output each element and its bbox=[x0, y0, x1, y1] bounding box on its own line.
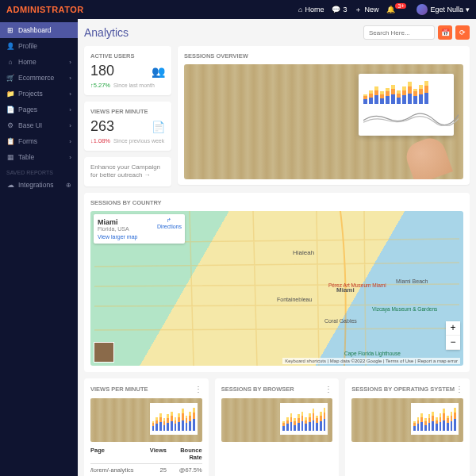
home-icon: ⌂ bbox=[298, 6, 302, 13]
map-label-museum: Pérez Art Museum Miami bbox=[328, 282, 386, 288]
file-icon: 📄 bbox=[152, 121, 165, 133]
chevron-right-icon: › bbox=[69, 75, 71, 82]
map-label-cape: Cape Florida Lighthouse bbox=[344, 351, 401, 356]
card-campaign[interactable]: Enhance your Campaign for better outreac… bbox=[84, 157, 171, 186]
menu-icon: ⌂ bbox=[6, 58, 14, 66]
menu-icon: 📋 bbox=[6, 137, 14, 145]
card-title: SESSIONS OVERVIEW bbox=[184, 52, 463, 60]
chevron-right-icon: › bbox=[69, 122, 71, 129]
card-sessions-overview: SESSIONS OVERVIEW bbox=[178, 46, 470, 185]
sidebar-item-home[interactable]: ⌂Home› bbox=[0, 54, 78, 70]
menu-icon: 📁 bbox=[6, 90, 14, 98]
caret-down-icon: ▾ bbox=[466, 6, 470, 13]
line-chart-icon bbox=[363, 107, 459, 126]
nav-notifications[interactable]: 🔔3+ bbox=[386, 6, 409, 13]
chart-thumb bbox=[90, 398, 202, 442]
sidebar-item-ecommerce[interactable]: 🛒Ecommerce› bbox=[0, 70, 78, 86]
menu-icon: 🛒 bbox=[6, 74, 14, 82]
user-avatar bbox=[416, 4, 428, 15]
table-row: /lorem/-analytics25@67.5% bbox=[90, 464, 202, 474]
card-sessions-browser: SESSIONS BY BROWSER ⋮ bbox=[215, 378, 340, 476]
map-attribution: Keyboard shortcuts | Map data ©2022 Goog… bbox=[282, 358, 460, 364]
page-title: Analytics bbox=[84, 26, 129, 39]
card-menu-button[interactable]: ⋮ bbox=[455, 385, 463, 393]
delta-down: ↓1.08% bbox=[90, 137, 110, 144]
sidebar-item-profile[interactable]: 👤Profile bbox=[0, 38, 78, 54]
card-title: VIEWS PER MINUTE bbox=[90, 108, 165, 115]
nav-chat[interactable]: 💬3 bbox=[332, 6, 347, 13]
card-active-users: ACTIVE USERS 180 👥 ↑5.27% Since last mon… bbox=[84, 46, 171, 95]
map[interactable]: Miami Florida, USA View larger map ↱Dire… bbox=[90, 211, 463, 366]
nav-home[interactable]: ⌂Home bbox=[298, 6, 324, 13]
map-label-miami-beach: Miami Beach bbox=[396, 278, 428, 284]
views-table: PageViewsBounce Rate /lorem/-analytics25… bbox=[90, 447, 202, 474]
street-view-thumb[interactable] bbox=[94, 342, 114, 363]
card-title: SESSIONS BY COUNTRY bbox=[90, 199, 463, 206]
directions-icon: ↱ bbox=[157, 217, 182, 224]
users-icon: 👥 bbox=[152, 65, 165, 78]
sidebar-item-table[interactable]: ▦Table› bbox=[0, 149, 78, 165]
chart-thumb bbox=[221, 398, 333, 442]
chevron-right-icon: › bbox=[69, 154, 71, 161]
sidebar-item-base-ui[interactable]: ⚙Base UI› bbox=[0, 117, 78, 133]
calendar-icon: 📅 bbox=[441, 29, 450, 36]
menu-icon: 👤 bbox=[6, 42, 14, 50]
card-title: ACTIVE USERS bbox=[90, 52, 165, 60]
brand-logo: ADMINISTRATOR bbox=[6, 5, 84, 14]
view-larger-map-link[interactable]: View larger map bbox=[98, 234, 181, 240]
chat-icon: 💬 bbox=[332, 6, 340, 13]
directions-link[interactable]: ↱Directions bbox=[157, 217, 182, 229]
page-header: Analytics 📅 ⟳ bbox=[84, 25, 470, 40]
stat-value: 263 bbox=[90, 118, 114, 135]
sidebar-item-forms[interactable]: 📋Forms› bbox=[0, 133, 78, 149]
chevron-right-icon: › bbox=[69, 138, 71, 145]
cloud-icon: ☁ bbox=[6, 181, 14, 189]
menu-icon: ⊞ bbox=[6, 26, 14, 34]
zoom-out-button[interactable]: − bbox=[446, 336, 460, 350]
stat-value: 180 bbox=[90, 63, 114, 79]
sidebar: ⊞Dashboard👤Profile⌂Home›🛒Ecommerce›📁Proj… bbox=[0, 19, 78, 476]
card-menu-button[interactable]: ⋮ bbox=[194, 385, 202, 393]
sidebar-section-label: SAVED REPORTS bbox=[0, 165, 78, 177]
search-input[interactable] bbox=[363, 25, 435, 40]
menu-icon: 📄 bbox=[6, 106, 14, 113]
delta-up: ↑5.27% bbox=[90, 82, 110, 89]
map-label-hialeah: Hialeah bbox=[293, 249, 314, 256]
refresh-button[interactable]: ⟳ bbox=[455, 25, 470, 40]
plus-icon: ＋ bbox=[355, 5, 362, 15]
sidebar-item-pages[interactable]: 📄Pages› bbox=[0, 102, 78, 117]
sidebar-item-projects[interactable]: 📁Projects› bbox=[0, 86, 78, 102]
topbar-right: ⌂Home 💬3 ＋New 🔔3+ Eget Nulla▾ bbox=[298, 4, 470, 15]
nav-new[interactable]: ＋New bbox=[355, 5, 378, 15]
refresh-icon: ⟳ bbox=[459, 29, 466, 36]
plus-icon: ⊕ bbox=[66, 182, 71, 189]
topbar: ADMINISTRATOR ⌂Home 💬3 ＋New 🔔3+ Eget Nul… bbox=[0, 0, 476, 19]
sidebar-item-integrations[interactable]: ☁ Integrations ⊕ bbox=[0, 177, 78, 193]
map-label-coral-gables: Coral Gables bbox=[324, 318, 357, 324]
card-views-per-minute: VIEWS PER MINUTE 263 📄 ↓1.08% Since prev… bbox=[84, 102, 171, 151]
card-sessions-by-country: SESSIONS BY COUNTRY Miami Florida, USA V… bbox=[84, 193, 470, 372]
card-vpm-bottom: VIEWS PER MINUTE ⋮ PageViewsBounce Rate … bbox=[84, 378, 209, 476]
menu-icon: ▦ bbox=[6, 153, 14, 161]
main-content: Analytics 📅 ⟳ ACTIVE USERS 180 👥 ↑5.27% … bbox=[78, 19, 476, 476]
calendar-button[interactable]: 📅 bbox=[438, 25, 452, 40]
chart-thumb bbox=[351, 398, 463, 442]
overview-image bbox=[184, 64, 463, 179]
card-sessions-os: SESSIONS BY OPERATING SYSTEM ⋮ bbox=[345, 378, 470, 476]
sidebar-item-dashboard[interactable]: ⊞Dashboard bbox=[0, 22, 78, 38]
chart-paper bbox=[359, 74, 454, 136]
search-box: 📅 ⟳ bbox=[363, 25, 470, 40]
map-label-vizcaya: Vizcaya Museum & Gardens bbox=[372, 306, 437, 312]
chevron-right-icon: › bbox=[69, 59, 71, 66]
card-menu-button[interactable]: ⋮ bbox=[324, 385, 332, 393]
bell-icon: 🔔 bbox=[386, 6, 395, 13]
map-zoom-controls: + − bbox=[446, 321, 460, 350]
zoom-in-button[interactable]: + bbox=[446, 321, 460, 336]
nav-user-menu[interactable]: Eget Nulla▾ bbox=[416, 4, 470, 15]
chevron-right-icon: › bbox=[69, 90, 71, 98]
menu-icon: ⚙ bbox=[6, 121, 14, 129]
map-label-fontainebleau: Fontainebleau bbox=[277, 297, 312, 302]
map-info-popup: Miami Florida, USA View larger map ↱Dire… bbox=[94, 214, 185, 244]
chevron-right-icon: › bbox=[69, 106, 71, 113]
